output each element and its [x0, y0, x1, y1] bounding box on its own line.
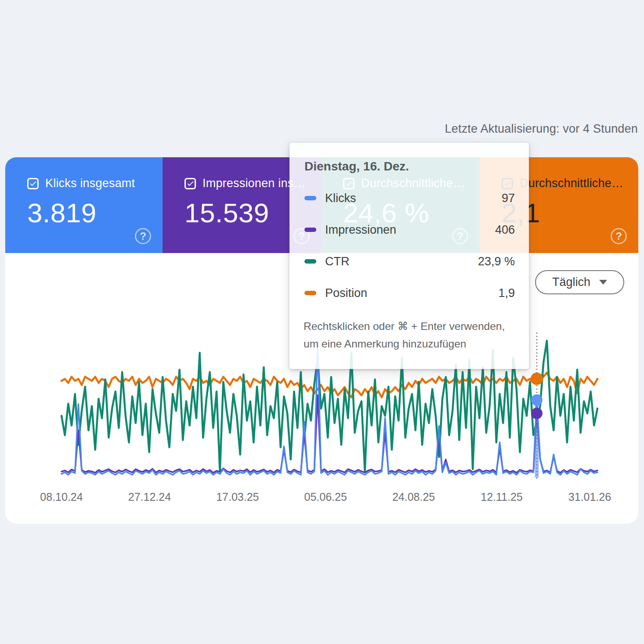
- x-axis-tick-label: 31.01.26: [568, 491, 611, 503]
- card-total-clicks[interactable]: Klicks insgesamt 3.819 ?: [5, 157, 163, 253]
- x-axis-tick-label: 12.11.25: [481, 491, 522, 503]
- checkbox-checked-icon[interactable]: [185, 178, 196, 189]
- help-icon[interactable]: ?: [611, 228, 627, 244]
- ctr-legend-pill-icon: [304, 259, 316, 264]
- tooltip-row-position: Position 1,9: [304, 277, 515, 309]
- tooltip-rows: Klicks 97 Impressionen 406 CTR 23,9 % Po…: [304, 182, 515, 309]
- x-axis-tick-label: 17.03.25: [216, 491, 259, 503]
- x-axis-tick-label: 24.08.25: [392, 491, 435, 503]
- last-update-text: Letzte Aktualisierung: vor 4 Stunden: [445, 122, 638, 136]
- tooltip-annotation-hint: Rechtsklicken oder ⌘ + Enter verwenden, …: [304, 318, 520, 353]
- interval-dropdown[interactable]: Täglich: [535, 270, 624, 294]
- x-axis-tick-label: 08.10.24: [40, 491, 83, 503]
- tooltip-row-value: 97: [502, 192, 515, 205]
- chevron-down-icon: [599, 280, 607, 285]
- interval-dropdown-label: Täglich: [552, 275, 590, 289]
- checkbox-checked-icon[interactable]: [27, 178, 39, 189]
- help-icon[interactable]: ?: [135, 228, 151, 244]
- tooltip-date-title: Dienstag, 16. Dez.: [304, 159, 409, 174]
- tooltip-row-clicks: Klicks 97: [304, 182, 515, 214]
- tooltip-row-label: Position: [325, 286, 498, 300]
- tooltip-row-value: 1,9: [498, 286, 515, 300]
- card-value: 3.819: [27, 197, 150, 228]
- clicks-legend-pill-icon: [304, 196, 316, 200]
- card-label: Durchschnittliche Position: [520, 177, 626, 190]
- impressions-legend-pill-icon: [304, 228, 316, 232]
- tooltip-row-label: CTR: [325, 255, 478, 268]
- tooltip-row-ctr: CTR 23,9 %: [304, 246, 515, 277]
- card-label: Klicks insgesamt: [45, 177, 135, 190]
- chart-tooltip: Dienstag, 16. Dez. Klicks 97 Impressione…: [289, 143, 529, 369]
- tooltip-row-label: Impressionen: [325, 223, 495, 237]
- tooltip-row-value: 406: [495, 223, 515, 237]
- x-axis-tick-label: 27.12.24: [128, 491, 171, 503]
- position-legend-pill-icon: [304, 291, 316, 295]
- tooltip-row-value: 23,9 %: [478, 255, 515, 268]
- tooltip-row-label: Klicks: [325, 192, 502, 205]
- tooltip-row-impressions: Impressionen 406: [304, 214, 515, 246]
- x-axis-tick-label: 05.06.25: [304, 491, 347, 503]
